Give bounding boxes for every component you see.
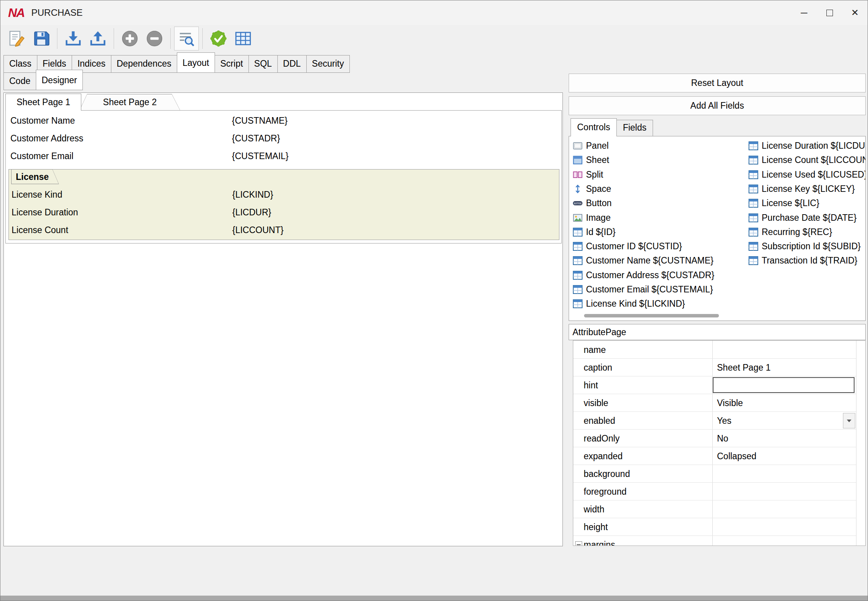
tab-security[interactable]: Security	[306, 55, 350, 73]
find-preview-icon	[178, 30, 195, 47]
prop-row-width[interactable]: width	[573, 500, 856, 518]
tab-class[interactable]: Class	[3, 55, 37, 73]
sheet-tab-page2[interactable]: Sheet Page 2	[79, 94, 180, 111]
edit-script-button[interactable]	[4, 27, 29, 50]
tab-script[interactable]: Script	[215, 55, 249, 73]
field-purchase-date[interactable]: Purchase Date ${DATE}	[749, 211, 856, 225]
prop-row-expanded[interactable]: expanded Collapsed	[573, 447, 856, 465]
preview-button[interactable]	[174, 27, 199, 50]
designer-field-row[interactable]: Customer Name {CUSTNAME}	[6, 112, 561, 129]
field-transaction-id[interactable]: Transaction Id ${TRAID}	[749, 253, 857, 268]
field-customer-address[interactable]: Customer Address ${CUSTADR}	[573, 268, 714, 282]
prop-value[interactable]: Visible	[717, 398, 743, 408]
prop-value[interactable]: Yes	[717, 415, 732, 426]
field-license-kind[interactable]: License Kind ${LICKIND}	[573, 297, 685, 311]
license-group-panel[interactable]: License License Kind {LICKIND} License D…	[8, 169, 559, 240]
attribute-page-header: AttributePage	[569, 324, 866, 340]
export-button[interactable]	[86, 27, 110, 50]
field-table-icon	[749, 228, 758, 237]
designer-field-row[interactable]: Customer Email {CUSTEMAIL}	[6, 147, 561, 165]
field-table-icon	[749, 156, 758, 165]
close-button[interactable]: ✕	[842, 0, 868, 25]
sheet-tab-page1[interactable]: Sheet Page 1	[5, 94, 81, 111]
field-table-icon	[573, 228, 583, 237]
designer-field-row[interactable]: License Duration {LICDUR}	[9, 203, 559, 221]
field-license-key[interactable]: License Key ${LICKEY}	[749, 182, 855, 196]
designer-field-row[interactable]: License Count {LICCOUNT}	[9, 221, 559, 239]
toolbar-separator	[114, 28, 114, 49]
tab-dependences[interactable]: Dependences	[111, 55, 177, 73]
prop-row-readonly[interactable]: readOnly No	[573, 430, 856, 447]
prop-row-caption[interactable]: caption Sheet Page 1	[573, 359, 856, 376]
add-all-fields-button[interactable]: Add All Fields	[569, 96, 866, 115]
add-button[interactable]	[118, 27, 142, 50]
prop-row-enabled[interactable]: enabled Yes	[573, 412, 856, 430]
collapse-expander-icon[interactable]	[575, 541, 582, 546]
field-license-used[interactable]: License Used ${LICUSED}	[749, 168, 866, 182]
tab-layout[interactable]: Layout	[177, 52, 215, 73]
tab-ddl[interactable]: DDL	[277, 55, 307, 73]
control-sheet[interactable]: Sheet	[573, 153, 609, 167]
tab-sql[interactable]: SQL	[248, 55, 278, 73]
field-id[interactable]: Id ${ID}	[573, 225, 616, 239]
designer-canvas: Sheet Page 1 Sheet Page 2 Customer Name …	[3, 92, 563, 546]
field-recurring[interactable]: Recurring ${REC}	[749, 225, 832, 239]
prop-row-margins[interactable]: margins	[573, 536, 856, 546]
field-table-icon	[573, 242, 583, 251]
prop-name: enabled	[584, 415, 615, 426]
validate-button[interactable]	[206, 27, 231, 50]
field-customer-id[interactable]: Customer ID ${CUSTID}	[573, 239, 682, 253]
field-customer-name[interactable]: Customer Name ${CUSTNAME}	[573, 253, 714, 268]
prop-value[interactable]: Collapsed	[717, 451, 756, 461]
prop-row-name[interactable]: name	[573, 341, 856, 359]
designer-field-row[interactable]: License Kind {LICKIND}	[9, 186, 559, 203]
sheet-page-surface: Customer Name {CUSTNAME} Customer Addres…	[5, 110, 562, 243]
control-button[interactable]: Button	[573, 196, 612, 210]
field-placeholder: {LICDUR}	[232, 207, 271, 218]
import-button[interactable]	[61, 27, 86, 50]
field-license-count[interactable]: License Count ${LICCOUNT}	[749, 153, 866, 167]
prop-row-hint[interactable]: hint	[573, 376, 856, 394]
save-button[interactable]	[29, 27, 54, 50]
prop-row-visible[interactable]: visible Visible	[573, 394, 856, 412]
prop-value[interactable]: No	[717, 433, 728, 443]
field-license-duration[interactable]: License Duration ${LICDUR}	[749, 139, 866, 153]
control-panel[interactable]: Panel	[573, 139, 609, 153]
tab-code[interactable]: Code	[3, 72, 36, 90]
control-label: License Duration ${LICDUR}	[762, 141, 866, 151]
enabled-dropdown-button[interactable]	[843, 413, 855, 428]
field-customer-email[interactable]: Customer Email ${CUSTEMAIL}	[573, 282, 713, 297]
field-table-icon	[749, 170, 758, 179]
prop-row-height[interactable]: height	[573, 518, 856, 536]
prop-row-background[interactable]: background	[573, 465, 856, 483]
field-table-icon	[573, 256, 583, 265]
controls-horizontal-scrollbar[interactable]	[584, 314, 719, 317]
attribute-page-title: AttributePage	[573, 327, 626, 337]
maximize-button[interactable]	[817, 0, 842, 25]
prop-name: foreground	[584, 486, 626, 497]
controls-list: Panel Sheet Split Space Button Image Id …	[569, 136, 866, 321]
prop-value[interactable]: Sheet Page 1	[717, 362, 771, 373]
hint-input[interactable]	[713, 377, 855, 393]
prop-name: hint	[584, 380, 598, 390]
prop-row-foreground[interactable]: foreground	[573, 483, 856, 500]
chevron-down-icon	[847, 420, 851, 422]
minimize-button[interactable]: ─	[791, 0, 817, 25]
prop-name: caption	[584, 362, 612, 373]
control-image[interactable]: Image	[573, 211, 611, 225]
control-split[interactable]: Split	[573, 168, 603, 182]
prop-name: readOnly	[584, 433, 620, 443]
toolbar-separator	[170, 28, 171, 49]
table-button[interactable]	[231, 27, 255, 50]
tab-palette-fields[interactable]: Fields	[616, 120, 653, 136]
field-license[interactable]: License ${LIC}	[749, 196, 819, 210]
tab-controls[interactable]: Controls	[571, 118, 617, 136]
control-space[interactable]: Space	[573, 182, 611, 196]
tab-designer[interactable]: Designer	[36, 70, 83, 90]
field-subscription-id[interactable]: Subscription Id ${SUBID}	[749, 239, 861, 253]
field-label: Customer Email	[10, 151, 74, 161]
designer-field-row[interactable]: Customer Address {CUSTADR}	[6, 129, 561, 147]
reset-layout-button[interactable]: Reset Layout	[569, 74, 866, 92]
remove-button[interactable]	[142, 27, 167, 50]
control-label: Customer Name ${CUSTNAME}	[586, 255, 714, 266]
